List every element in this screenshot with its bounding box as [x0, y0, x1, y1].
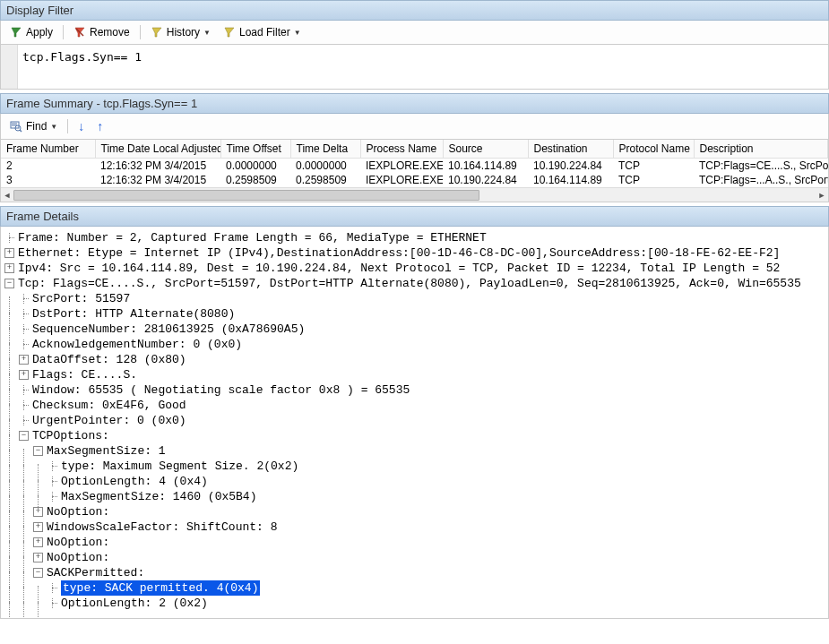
tree-label: OptionLength: 4 (0x4): [61, 474, 208, 489]
tree-node-dataoffset[interactable]: +DataOffset: 128 (0x80): [4, 352, 825, 367]
apply-button[interactable]: Apply: [4, 23, 58, 41]
tree-node-wsf[interactable]: +WindowsScaleFactor: ShiftCount: 8: [4, 519, 825, 535]
collapse-icon[interactable]: −: [33, 446, 43, 456]
cell: 3: [1, 173, 95, 187]
tree-node-tcpoptions[interactable]: −TCPOptions:: [4, 428, 825, 443]
tree-label: NoOption:: [47, 504, 109, 519]
arrow-down-icon: ↓: [78, 119, 84, 133]
tree-node-sackpermitted[interactable]: −SACKPermitted:: [4, 565, 825, 580]
col-process-name[interactable]: Process Name: [360, 140, 443, 159]
summary-table[interactable]: Frame Number Time Date Local Adjusted Ti…: [0, 140, 829, 202]
expand-icon[interactable]: +: [33, 537, 43, 547]
history-icon: [151, 26, 163, 39]
tree-node-srcport[interactable]: SrcPort: 51597: [4, 291, 825, 306]
frame-details-header: Frame Details: [0, 206, 829, 227]
find-button[interactable]: Find ▼: [4, 117, 63, 135]
tree-label: Ipv4: Src = 10.164.114.89, Dest = 10.190…: [18, 261, 780, 276]
tree-label: Window: 65535 ( Negotiating scale factor…: [32, 382, 410, 398]
find-icon: [10, 120, 22, 133]
chevron-down-icon: ▼: [50, 123, 57, 131]
cell: IEXPLORE.EXE: [360, 173, 443, 187]
tree-node-ipv4[interactable]: +Ipv4: Src = 10.164.114.89, Dest = 10.19…: [4, 261, 825, 276]
tree-node-noop[interactable]: +NoOption:: [4, 550, 825, 565]
scroll-right-icon[interactable]: ►: [816, 188, 828, 202]
tree-node-dstport[interactable]: DstPort: HTTP Alternate(8080): [4, 306, 825, 322]
arrow-down-button[interactable]: ↓: [73, 116, 90, 136]
leaf-icon: [19, 400, 29, 410]
col-time-delta[interactable]: Time Delta: [290, 140, 360, 159]
frame-details-tree[interactable]: Frame: Number = 2, Captured Frame Length…: [0, 227, 829, 619]
tree-node-sack-type[interactable]: type: SACK permitted. 4(0x4): [4, 580, 825, 596]
tree-label: MaxSegmentSize: 1: [47, 443, 166, 459]
remove-icon: [73, 26, 86, 39]
chevron-down-icon: ▼: [203, 29, 211, 37]
tree-node-mss-type[interactable]: type: Maximum Segment Size. 2(0x2): [4, 459, 825, 474]
col-time-date[interactable]: Time Date Local Adjusted: [95, 140, 220, 159]
expand-icon[interactable]: +: [19, 370, 29, 380]
remove-button[interactable]: Remove: [68, 23, 135, 41]
cell: TCP: [613, 173, 694, 187]
tree-label: Checksum: 0xE4F6, Good: [32, 398, 186, 413]
tree-node-urgentptr[interactable]: UrgentPointer: 0 (0x0): [4, 413, 825, 428]
leaf-icon: [47, 583, 57, 593]
scroll-left-icon[interactable]: ◄: [1, 188, 13, 202]
horizontal-scrollbar[interactable]: ◄ ►: [1, 187, 828, 202]
history-button[interactable]: History ▼: [145, 23, 216, 41]
arrow-up-icon: ↑: [97, 119, 103, 133]
tree-label: UrgentPointer: 0 (0x0): [32, 413, 186, 428]
leaf-icon: [19, 385, 29, 395]
load-filter-button[interactable]: Load Filter ▼: [218, 23, 307, 41]
tree-label: AcknowledgementNumber: 0 (0x0): [32, 337, 242, 352]
cell: TCP:Flags=CE....S., SrcPort=51597, DstPo…: [694, 159, 828, 174]
tree-node-mss-val[interactable]: MaxSegmentSize: 1460 (0x5B4): [4, 489, 825, 504]
col-destination[interactable]: Destination: [528, 140, 613, 159]
tree-node-checksum[interactable]: Checksum: 0xE4F6, Good: [4, 398, 825, 413]
tree-node-mss[interactable]: −MaxSegmentSize: 1: [4, 443, 825, 459]
tree-node-noop[interactable]: +NoOption:: [4, 504, 825, 519]
cell: 2: [1, 159, 95, 174]
cell: 10.164.114.89: [528, 173, 613, 187]
tree-node-frame[interactable]: Frame: Number = 2, Captured Frame Length…: [4, 230, 825, 245]
leaf-icon: [47, 461, 57, 471]
leaf-icon: [47, 492, 57, 502]
tree-node-mss-len[interactable]: OptionLength: 4 (0x4): [4, 474, 825, 489]
expand-icon[interactable]: +: [33, 522, 43, 532]
tree-node-noop[interactable]: +NoOption:: [4, 535, 825, 550]
tree-label: DataOffset: 128 (0x80): [32, 352, 186, 367]
arrow-up-button[interactable]: ↑: [91, 116, 108, 136]
table-row[interactable]: 3 12:16:32 PM 3/4/2015 0.2598509 0.25985…: [1, 173, 828, 187]
col-protocol[interactable]: Protocol Name: [613, 140, 694, 159]
cell: 10.190.224.84: [443, 173, 528, 187]
tree-node-flags[interactable]: +Flags: CE....S.: [4, 367, 825, 382]
col-source[interactable]: Source: [443, 140, 528, 159]
cell: TCP:Flags=...A..S., SrcPort=HTTP Alterna…: [694, 173, 828, 187]
collapse-icon[interactable]: −: [4, 279, 14, 288]
tree-node-tcp[interactable]: −Tcp: Flags=CE....S., SrcPort=51597, Dst…: [4, 276, 825, 291]
cell: 0.2598509: [290, 173, 360, 187]
expand-icon[interactable]: +: [4, 263, 14, 273]
collapse-icon[interactable]: −: [33, 568, 43, 578]
collapse-icon[interactable]: −: [19, 431, 29, 441]
svg-line-5: [20, 130, 22, 132]
expand-icon[interactable]: +: [19, 355, 29, 365]
tree-node-ethernet[interactable]: +Ethernet: Etype = Internet IP (IPv4),De…: [4, 245, 825, 261]
cell: IEXPLORE.EXE: [360, 159, 443, 174]
expand-icon[interactable]: +: [4, 248, 14, 258]
leaf-icon: [47, 598, 57, 608]
tree-node-sack-len[interactable]: OptionLength: 2 (0x2): [4, 596, 825, 611]
cell: 0.0000000: [220, 159, 290, 174]
tree-node-acknum[interactable]: AcknowledgementNumber: 0 (0x0): [4, 337, 825, 352]
toolbar-separator: [140, 25, 141, 39]
col-frame-number[interactable]: Frame Number: [1, 140, 95, 159]
filter-expression-input[interactable]: tcp.Flags.Syn== 1: [0, 45, 829, 90]
tree-label: DstPort: HTTP Alternate(8080): [32, 306, 235, 322]
col-description[interactable]: Description: [694, 140, 828, 159]
table-row[interactable]: 2 12:16:32 PM 3/4/2015 0.0000000 0.00000…: [1, 159, 828, 174]
scroll-thumb[interactable]: [13, 190, 479, 201]
tree-node-window[interactable]: Window: 65535 ( Negotiating scale factor…: [4, 382, 825, 398]
leaf-icon: [19, 309, 29, 319]
expand-icon[interactable]: +: [33, 553, 43, 562]
col-time-offset[interactable]: Time Offset: [220, 140, 290, 159]
tree-node-seqnum[interactable]: SequenceNumber: 2810613925 (0xA78690A5): [4, 322, 825, 337]
leaf-icon: [19, 416, 29, 425]
